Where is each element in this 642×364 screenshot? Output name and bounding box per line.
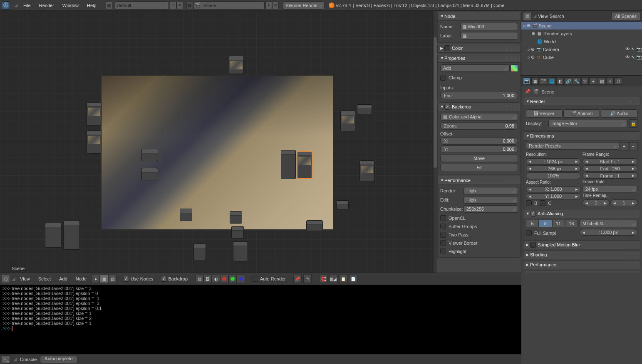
node-editor-icon[interactable]: ⬡ xyxy=(2,275,10,283)
go-parent-button[interactable]: ↰ xyxy=(303,275,312,283)
opencl-checkbox[interactable] xyxy=(440,215,446,221)
channel-r-button[interactable] xyxy=(220,275,228,283)
node-editor-scrollbar-v[interactable] xyxy=(434,11,437,273)
render-engine-select[interactable]: Blender Render◢ xyxy=(283,1,325,10)
outliner-item[interactable]: ○⊕▽Cube👁↖📷 xyxy=(521,53,642,61)
render-quality-select[interactable]: High◢ xyxy=(464,187,518,194)
layout-add-button[interactable]: + xyxy=(170,2,176,9)
compositor-node[interactable] xyxy=(87,102,102,125)
res-pct-input[interactable]: 100% xyxy=(526,172,581,179)
aa-filter-select[interactable]: Mitchell-N...◢ xyxy=(580,220,637,227)
outliner-menu-view[interactable]: View xyxy=(538,14,548,19)
console-editor-icon[interactable]: ＞_ xyxy=(2,355,10,364)
cursor-icon[interactable]: ↖ xyxy=(631,47,635,52)
auto-render-checkbox[interactable] xyxy=(253,276,258,282)
panel-render-h[interactable]: ▼Render⋮⋮⋮ xyxy=(523,97,640,106)
aa-8[interactable]: 8 xyxy=(539,220,552,227)
autocomplete-button[interactable]: Autocomplete xyxy=(40,356,77,363)
panel-performance-header[interactable]: ▼Performance⋮⋮⋮ xyxy=(437,176,521,185)
aspect-y-input[interactable]: ◂Y: 1.000▸ xyxy=(526,193,581,199)
start-frame-input[interactable]: ◂Start Fr: 1▸ xyxy=(583,158,637,165)
context-layers-tab[interactable]: ▦ xyxy=(531,77,539,85)
full-sample-checkbox[interactable] xyxy=(526,230,532,236)
outliner-item[interactable]: ○⊕📷Camera👁↖📷 xyxy=(521,45,642,53)
snap-button[interactable]: 🧲 xyxy=(319,275,327,283)
panel-node-header[interactable]: ▼Node⋮⋮⋮ xyxy=(437,12,521,21)
scene-selector[interactable]: 🎬 Scene xyxy=(194,1,265,10)
crop-checkbox[interactable] xyxy=(540,200,545,206)
screen-layout-selector[interactable]: Default xyxy=(115,1,169,10)
render-presets-select[interactable]: Render Presets◢ xyxy=(526,142,619,150)
compositor-node[interactable] xyxy=(63,221,80,250)
outliner-item[interactable]: 🌐World xyxy=(521,37,642,45)
compositor-node[interactable] xyxy=(87,130,102,154)
aa-11[interactable]: 11 xyxy=(552,220,565,227)
compositor-node-selected[interactable] xyxy=(297,151,312,179)
compositor-node[interactable] xyxy=(229,56,244,74)
preset-add-button[interactable]: + xyxy=(620,142,628,150)
outliner-filter-select[interactable]: All Scenes xyxy=(611,12,640,20)
compositor-node[interactable] xyxy=(231,226,244,239)
chunksize-select[interactable]: 256x256◢ xyxy=(464,205,518,213)
layout-browse-button[interactable]: ▦ xyxy=(106,2,112,9)
clamp-checkbox[interactable] xyxy=(440,75,446,81)
node-name-input[interactable]: ▦Mix.003 xyxy=(460,23,518,30)
context-data-tab[interactable]: ▽ xyxy=(581,77,589,85)
snap-element-select[interactable]: ▦◢ xyxy=(329,275,337,283)
panel-color-header[interactable]: ▶Color⋮⋮⋮ xyxy=(437,44,521,53)
channel-color-button[interactable]: 🖼 xyxy=(203,275,212,283)
compositor-node[interactable] xyxy=(193,243,206,260)
compositor-node[interactable] xyxy=(233,241,247,261)
context-object-tab[interactable]: ◧ xyxy=(556,77,564,85)
tr-new-input[interactable]: ◂1▸ xyxy=(610,199,637,206)
compositor-node[interactable] xyxy=(340,111,355,131)
context-world-tab[interactable]: 🌐 xyxy=(548,77,555,85)
end-frame-input[interactable]: ◂End : 250▸ xyxy=(583,165,637,172)
color-ramp-button[interactable] xyxy=(511,64,518,72)
outliner-tree[interactable]: ○⊖🎬Scene ⊕▦RenderLayers 🌐World ○⊕📷Camera… xyxy=(521,22,642,76)
nt-menu-select[interactable]: Select xyxy=(35,276,55,281)
panel-shading-h[interactable]: ▶Shading⋮⋮⋮ xyxy=(523,250,640,259)
panel-perf-h[interactable]: ▶Performance⋮⋮⋮ xyxy=(523,260,640,269)
audio-button[interactable]: 🔊Audio xyxy=(601,109,637,118)
zoom-input[interactable]: Zoom:0.98 xyxy=(440,122,518,130)
filter-size-input[interactable]: ◂:1.000 px▸ xyxy=(580,229,637,236)
tree-shader-button[interactable]: ● xyxy=(92,275,100,283)
menu-file[interactable]: File xyxy=(19,3,35,8)
scene-remove-button[interactable]: ✕ xyxy=(272,2,279,9)
buffer-groups-checkbox[interactable] xyxy=(440,224,446,229)
tree-texture-button[interactable]: ▨ xyxy=(108,275,117,283)
node-label-input[interactable]: ▦ xyxy=(460,32,518,39)
offset-x-input[interactable]: X:0.000 xyxy=(440,137,518,145)
outliner-item[interactable]: ⊕▦RenderLayers xyxy=(521,30,642,37)
render-vis-icon[interactable]: 📷 xyxy=(636,47,642,52)
display-select[interactable]: Image Editor◢ xyxy=(548,120,627,127)
aa-5[interactable]: 5 xyxy=(526,220,539,227)
outliner-item-scene[interactable]: ○⊖🎬Scene xyxy=(521,22,642,30)
menu-help[interactable]: Help xyxy=(83,3,101,8)
blend-mode-select[interactable]: Add◢ xyxy=(440,64,510,72)
backdrop-channel-select[interactable]: ▨Color and Alpha◢ xyxy=(440,113,518,121)
border-checkbox[interactable] xyxy=(526,200,532,206)
info-editor-icon[interactable] xyxy=(2,1,10,10)
menu-window[interactable]: Window xyxy=(58,3,83,8)
tree-compositor-button[interactable]: ▦ xyxy=(100,275,108,283)
fps-select[interactable]: 24 fps◢ xyxy=(583,186,637,192)
channel-b-button[interactable] xyxy=(237,275,245,283)
aa-16[interactable]: 16 xyxy=(565,220,578,227)
panel-backdrop-header[interactable]: ▼Backdrop⋮⋮⋮ xyxy=(437,102,521,111)
channel-g-button[interactable] xyxy=(228,275,237,283)
pin-icon[interactable]: 📌 xyxy=(525,89,530,94)
context-material-tab[interactable]: ● xyxy=(590,77,597,85)
channel-alpha-button[interactable]: ◐ xyxy=(212,275,220,283)
render-vis-icon[interactable]: 📷 xyxy=(636,54,642,60)
nt-menu-view[interactable]: View xyxy=(17,276,33,281)
panel-dimensions-h[interactable]: ▼Dimensions⋮⋮⋮ xyxy=(523,131,640,140)
nt-menu-add[interactable]: Add xyxy=(56,276,71,281)
fit-button[interactable]: Fit xyxy=(440,164,518,171)
panel-smb-h[interactable]: ▶Sampled Motion Blur⋮⋮⋮ xyxy=(523,240,640,249)
lock-icon[interactable]: 🔒 xyxy=(629,119,637,128)
viewer-border-checkbox[interactable] xyxy=(440,240,446,246)
outliner-menu-search[interactable]: Search xyxy=(550,14,564,19)
compositor-node[interactable] xyxy=(141,149,158,161)
